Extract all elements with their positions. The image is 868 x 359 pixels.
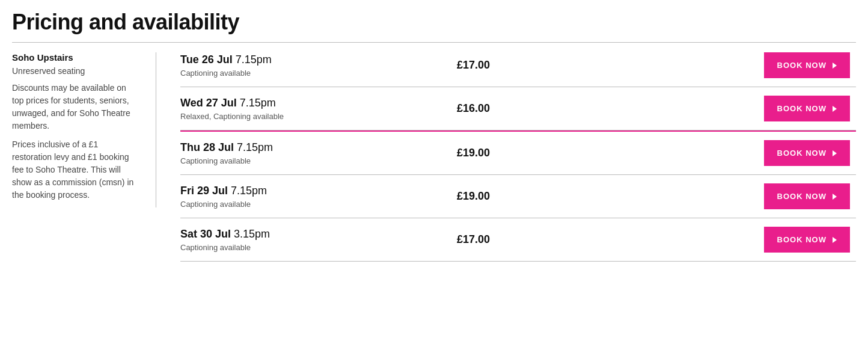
event-row: Fri 29 Jul 7.15pm Captioning available £… bbox=[180, 175, 856, 218]
event-price: £17.00 bbox=[457, 233, 637, 246]
events-list: Tue 26 Jul 7.15pm Captioning available £… bbox=[180, 52, 856, 262]
book-now-button[interactable]: BOOK NOW bbox=[764, 227, 850, 253]
event-time: 3.15pm bbox=[231, 228, 270, 240]
event-book-col: BOOK NOW bbox=[637, 52, 856, 78]
event-subtext: Captioning available bbox=[180, 69, 439, 78]
event-row: Tue 26 Jul 7.15pm Captioning available £… bbox=[180, 52, 856, 87]
event-date-col: Fri 29 Jul 7.15pm Captioning available bbox=[180, 184, 457, 209]
chevron-right-icon bbox=[833, 237, 837, 243]
event-time: 7.15pm bbox=[237, 97, 276, 109]
chevron-right-icon bbox=[833, 150, 837, 156]
event-price: £16.00 bbox=[457, 102, 637, 115]
event-book-col: BOOK NOW bbox=[637, 227, 856, 253]
sidebar-note-1: Discounts may be available on top prices… bbox=[12, 82, 138, 132]
sidebar-venue: Soho Upstairs bbox=[12, 52, 138, 63]
event-date-bold: Tue 26 Jul bbox=[180, 54, 233, 66]
event-date-line: Tue 26 Jul 7.15pm bbox=[180, 53, 439, 67]
event-book-col: BOOK NOW bbox=[637, 140, 856, 166]
event-price: £19.00 bbox=[457, 190, 637, 203]
event-date-bold: Thu 28 Jul bbox=[180, 141, 234, 153]
event-date-bold: Fri 29 Jul bbox=[180, 185, 228, 197]
event-date-line: Fri 29 Jul 7.15pm bbox=[180, 184, 439, 198]
page-title: Pricing and availability bbox=[12, 10, 856, 35]
book-now-button[interactable]: BOOK NOW bbox=[764, 96, 850, 121]
event-subtext: Relaxed, Captioning available bbox=[180, 112, 439, 121]
event-date-line: Thu 28 Jul 7.15pm bbox=[180, 141, 439, 155]
event-date-col: Wed 27 Jul 7.15pm Relaxed, Captioning av… bbox=[180, 96, 457, 121]
book-now-button[interactable]: BOOK NOW bbox=[764, 183, 850, 209]
event-row: Sat 30 Jul 3.15pm Captioning available £… bbox=[180, 218, 856, 262]
event-date-bold: Wed 27 Jul bbox=[180, 97, 237, 109]
event-price: £17.00 bbox=[457, 59, 637, 72]
event-time: 7.15pm bbox=[228, 185, 267, 197]
book-now-button[interactable]: BOOK NOW bbox=[764, 140, 850, 166]
event-date-line: Sat 30 Jul 3.15pm bbox=[180, 227, 439, 241]
event-date-line: Wed 27 Jul 7.15pm bbox=[180, 96, 439, 110]
chevron-right-icon bbox=[833, 106, 837, 112]
event-row: Wed 27 Jul 7.15pm Relaxed, Captioning av… bbox=[180, 87, 856, 130]
event-subtext: Captioning available bbox=[180, 156, 439, 165]
event-book-col: BOOK NOW bbox=[637, 96, 856, 121]
sidebar-note-2: Prices inclusive of a £1 restoration lev… bbox=[12, 138, 138, 201]
sidebar-seating: Unreserved seating bbox=[12, 66, 138, 76]
event-date-col: Thu 28 Jul 7.15pm Captioning available bbox=[180, 141, 457, 165]
event-date-col: Sat 30 Jul 3.15pm Captioning available bbox=[180, 227, 457, 252]
event-subtext: Captioning available bbox=[180, 200, 439, 209]
book-now-button[interactable]: BOOK NOW bbox=[764, 52, 850, 78]
event-date-bold: Sat 30 Jul bbox=[180, 228, 231, 240]
chevron-right-icon bbox=[833, 63, 837, 69]
sidebar: Soho Upstairs Unreserved seating Discoun… bbox=[12, 52, 156, 207]
event-book-col: BOOK NOW bbox=[637, 183, 856, 209]
event-price: £19.00 bbox=[457, 147, 637, 159]
event-row: Thu 28 Jul 7.15pm Captioning available £… bbox=[180, 130, 856, 175]
chevron-right-icon bbox=[833, 194, 837, 200]
event-date-col: Tue 26 Jul 7.15pm Captioning available bbox=[180, 53, 457, 78]
content-area: Soho Upstairs Unreserved seating Discoun… bbox=[12, 43, 856, 262]
event-time: 7.15pm bbox=[234, 141, 273, 153]
event-time: 7.15pm bbox=[233, 54, 272, 66]
event-subtext: Captioning available bbox=[180, 243, 439, 252]
